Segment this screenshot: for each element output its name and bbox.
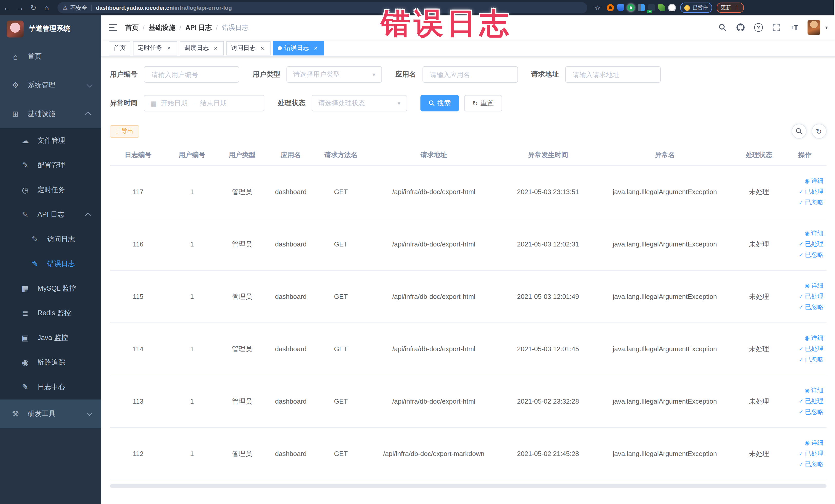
action-label: 已忽略 <box>805 459 823 470</box>
sidebar-item-scheduled-jobs[interactable]: ◷定时任务 <box>0 178 101 202</box>
sidebar-item-file-management[interactable]: ☁文件管理 <box>0 128 101 153</box>
close-icon[interactable]: × <box>165 44 172 52</box>
extension-grid-icon[interactable] <box>638 4 645 11</box>
sidebar-item-config-management[interactable]: ✎配置管理 <box>0 153 101 178</box>
processed-link[interactable]: ✓已处理 <box>786 448 823 459</box>
bookmark-star-icon[interactable]: ☆ <box>592 4 603 12</box>
back-icon[interactable]: ← <box>0 4 13 12</box>
docs-help-icon[interactable]: ? <box>754 23 763 32</box>
close-icon[interactable]: × <box>212 44 219 52</box>
action-label: 已忽略 <box>805 249 823 260</box>
browser-home-icon[interactable]: ⌂ <box>40 4 54 12</box>
sidebar-item-java-monitor[interactable]: ▣Java 监控 <box>0 326 101 350</box>
breadcrumb-item[interactable]: 首页 <box>125 23 139 32</box>
window-scrollbar[interactable] <box>833 0 835 15</box>
tab-schedule-log[interactable]: 调度日志× <box>180 41 224 55</box>
refresh-table-button[interactable]: ↻ <box>811 124 826 139</box>
sidebar-item-trace[interactable]: ◉链路追踪 <box>0 350 101 375</box>
table-row: 1131管理员dashboardGET/api/infra/db-doc/exp… <box>110 375 827 427</box>
hamburger-icon[interactable] <box>109 24 117 31</box>
extension-leaf-icon[interactable] <box>658 4 665 11</box>
cell-user_id: 1 <box>166 270 218 323</box>
app-logo[interactable]: 芋道管理系统 <box>0 15 101 42</box>
breadcrumb-item[interactable]: API 日志 <box>186 23 212 32</box>
detail-link[interactable]: ◉详细 <box>786 438 823 448</box>
exception-time-label: 异常时间 <box>110 99 138 108</box>
detail-link[interactable]: ◉详细 <box>786 228 823 239</box>
extension-green-icon[interactable] <box>627 4 634 11</box>
sidebar-item-redis-monitor[interactable]: ≣Redis 监控 <box>0 301 101 326</box>
tab-error-log[interactable]: 错误日志× <box>273 41 324 55</box>
fullscreen-icon[interactable] <box>772 23 781 32</box>
detail-link[interactable]: ◉详细 <box>786 280 823 291</box>
processed-link[interactable]: ✓已处理 <box>786 186 823 197</box>
cell-method: GET <box>315 166 367 218</box>
search-button[interactable]: 搜索 <box>421 95 459 112</box>
close-icon[interactable]: × <box>312 44 319 52</box>
cloud-upload-icon: ☁ <box>20 136 30 145</box>
processed-link[interactable]: ✓已处理 <box>786 396 823 407</box>
browser-menu-icon[interactable]: ⋮ <box>734 4 740 11</box>
cell-method: GET <box>315 218 367 270</box>
processed-link[interactable]: ✓已处理 <box>786 239 823 249</box>
sidebar-item-mysql-monitor[interactable]: ▦MySQL 监控 <box>0 276 101 301</box>
reset-button[interactable]: ↻ 重置 <box>464 95 502 112</box>
export-button[interactable]: ↓ 导出 <box>110 125 139 137</box>
ignored-link[interactable]: ✓已忽略 <box>786 302 823 313</box>
extension-switch-icon[interactable]: on <box>648 4 655 11</box>
app-name-input[interactable] <box>422 66 518 83</box>
sidebar-item-access-log[interactable]: ✎访问日志 <box>0 227 101 251</box>
extension-icons: on <box>607 4 676 11</box>
sidebar-item-log-center[interactable]: ✎日志中心 <box>0 375 101 400</box>
reload-icon[interactable]: ↻ <box>27 4 40 12</box>
toggle-search-button[interactable] <box>791 124 806 139</box>
close-icon[interactable]: × <box>259 44 266 52</box>
cell-actions: ◉详细✓已处理✓已忽略 <box>783 323 827 375</box>
sidebar-item-system-management[interactable]: ⚙系统管理 <box>0 71 101 100</box>
ignored-link[interactable]: ✓已忽略 <box>786 354 823 365</box>
tab-home[interactable]: 首页 <box>109 41 130 55</box>
process-status-select[interactable]: 请选择处理状态 ▾ <box>312 95 407 112</box>
detail-link[interactable]: ◉详细 <box>786 385 823 396</box>
breadcrumb-item[interactable]: 基础设施 <box>149 23 175 32</box>
cell-user_type: 管理员 <box>218 270 266 323</box>
table-row: 1161管理员dashboardGET/api/infra/db-doc/exp… <box>110 218 827 270</box>
extension-shield-icon[interactable] <box>617 4 624 11</box>
sidebar-item-dev-tools[interactable]: ⚒研发工具 <box>0 400 101 428</box>
user-id-input[interactable] <box>144 66 239 83</box>
request-url-input[interactable] <box>565 66 660 83</box>
tab-access-log[interactable]: 访问日志× <box>226 41 270 55</box>
processed-link[interactable]: ✓已处理 <box>786 344 823 354</box>
github-icon[interactable] <box>736 23 745 32</box>
filter-row-2: 异常时间 ▦ 开始日期 - 结束日期 处理状态 请选择处理状态 ▾ <box>110 95 826 112</box>
log-icon: ✎ <box>20 210 30 219</box>
sidebar-item-infrastructure[interactable]: ⊞基础设施 <box>0 100 101 128</box>
detail-link[interactable]: ◉详细 <box>786 333 823 344</box>
sidebar-item-error-log[interactable]: ✎错误日志 <box>0 251 101 276</box>
processed-link[interactable]: ✓已处理 <box>786 291 823 302</box>
chevron-down-icon[interactable]: ▾ <box>825 25 828 30</box>
ignored-link[interactable]: ✓已忽略 <box>786 407 823 418</box>
browser-update-button[interactable]: 更新 ⋮ <box>717 3 744 13</box>
profile-paused-chip[interactable]: 已暂停 <box>680 3 712 13</box>
sidebar-item-home[interactable]: ⌂首页 <box>0 42 101 71</box>
avatar[interactable] <box>808 20 821 35</box>
extensions-puzzle-icon[interactable] <box>668 4 676 11</box>
horizontal-scrollbar[interactable] <box>110 484 826 488</box>
cell-url: /api/infra/db-doc/export-html <box>367 375 501 427</box>
ignored-link[interactable]: ✓已忽略 <box>786 197 823 208</box>
user-type-select[interactable]: 请选择用户类型 ▾ <box>286 66 382 83</box>
extension-orange-icon[interactable] <box>607 4 614 11</box>
exception-time-range-picker[interactable]: ▦ 开始日期 - 结束日期 <box>144 95 264 112</box>
sidebar-item-api-log[interactable]: ✎API 日志 <box>0 202 101 227</box>
cell-user_type: 管理员 <box>218 323 266 375</box>
detail-link[interactable]: ◉详细 <box>786 176 823 186</box>
ignored-link[interactable]: ✓已忽略 <box>786 249 823 260</box>
cell-app: dashboard <box>266 375 315 427</box>
search-icon[interactable] <box>718 23 727 32</box>
ignored-link[interactable]: ✓已忽略 <box>786 459 823 470</box>
cell-url: /api/infra/db-doc/export-html <box>367 270 501 323</box>
font-size-icon[interactable]: TT <box>790 23 799 32</box>
forward-icon[interactable]: → <box>13 4 27 12</box>
tab-scheduled-jobs[interactable]: 定时任务× <box>133 41 177 55</box>
